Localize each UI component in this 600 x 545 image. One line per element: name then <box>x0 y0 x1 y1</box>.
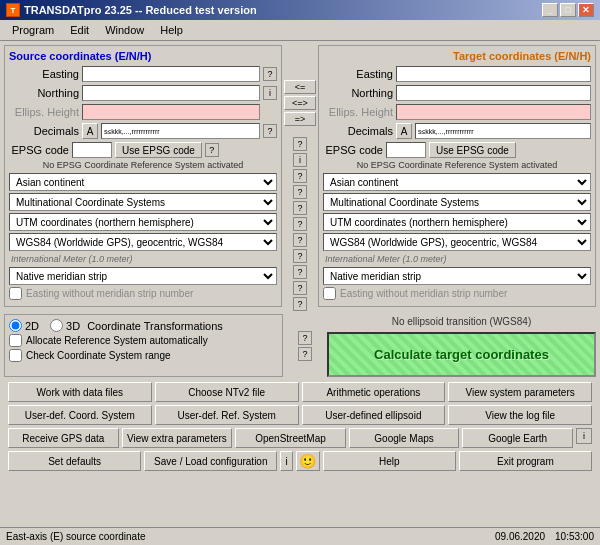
target-easting-label: Easting <box>323 68 393 80</box>
menu-bar: Program Edit Window Help <box>0 20 600 41</box>
mid-q-btn8[interactable]: ? <box>293 265 307 279</box>
source-panel-title: Source coordinates (E/N/H) <box>9 50 277 62</box>
source-easting-input[interactable] <box>82 66 260 82</box>
ellips-height-label: Ellips. Height <box>9 106 79 118</box>
source-height-input[interactable] <box>82 104 260 120</box>
status-bar: East-axis (E) source coordinate 09.06.20… <box>0 527 600 545</box>
opt-q-btn1[interactable]: ? <box>298 331 312 345</box>
mid-q-btn4[interactable]: ? <box>293 201 307 215</box>
source-use-epsg-btn[interactable]: Use EPSG code <box>115 142 202 158</box>
source-datum-dropdown[interactable]: WGS84 (Worldwide GPS), geocentric, WGS84 <box>9 233 277 251</box>
receive-gps-btn[interactable]: Receive GPS data <box>8 428 119 448</box>
mid-q-btn7[interactable]: ? <box>293 249 307 263</box>
user-coord-sys-btn[interactable]: User-def. Coord. System <box>8 405 152 425</box>
options-section: 2D 3D Coordinate Transformations Allocat… <box>4 314 283 377</box>
mid-q-btn2[interactable]: ? <box>293 169 307 183</box>
view-log-btn[interactable]: View the log file <box>448 405 592 425</box>
source-epsg-status: No EPSG Coordinate Reference System acti… <box>9 160 277 170</box>
source-northing-input[interactable] <box>82 85 260 101</box>
nav-right-btn[interactable]: => <box>284 112 316 126</box>
target-utm-dropdown[interactable]: UTM coordinates (northern hemisphere) <box>323 213 591 231</box>
allocate-checkbox[interactable] <box>9 334 22 347</box>
source-easting-checkbox[interactable] <box>9 287 22 300</box>
radio-3d[interactable] <box>50 319 63 332</box>
minimize-button[interactable]: _ <box>542 3 558 17</box>
epsg-src-help-btn[interactable]: ? <box>205 143 219 157</box>
epsg-label-tgt: EPSG code <box>323 144 383 156</box>
source-region-dropdown[interactable]: Asian continent <box>9 173 277 191</box>
mid-q-btn5[interactable]: ? <box>293 217 307 231</box>
decimals-label: Decimals <box>9 125 79 137</box>
arithmetic-ops-btn[interactable]: Arithmetic operations <box>302 382 446 402</box>
target-coord-system-dropdown[interactable]: Multinational Coordinate Systems <box>323 193 591 211</box>
source-utm-dropdown[interactable]: UTM coordinates (northern hemisphere) <box>9 213 277 231</box>
title-bar: T TRANSDATpro 23.25 -- Reduced test vers… <box>0 0 600 20</box>
source-meridian-dropdown[interactable]: Native meridian strip <box>9 267 277 285</box>
mid-q-btn3[interactable]: ? <box>293 185 307 199</box>
radio-2d-label: 2D <box>25 320 39 332</box>
allocate-label: Allocate Reference System automatically <box>26 335 208 346</box>
menu-help[interactable]: Help <box>152 22 191 38</box>
user-ref-sys-btn[interactable]: User-def. Ref. System <box>155 405 299 425</box>
menu-edit[interactable]: Edit <box>62 22 97 38</box>
target-meridian-dropdown[interactable]: Native meridian strip <box>323 267 591 285</box>
decimals-display: s≤kkk,...,rrrrrrrrrrrr <box>101 123 260 139</box>
save-load-config-btn[interactable]: Save / Load configuration <box>144 451 277 471</box>
close-button[interactable]: ✕ <box>578 3 594 17</box>
maximize-button[interactable]: □ <box>560 3 576 17</box>
set-defaults-btn[interactable]: Set defaults <box>8 451 141 471</box>
mid-q-btn1[interactable]: ? <box>293 137 307 151</box>
title-text: TRANSDATpro 23.25 -- Reduced test versio… <box>24 4 257 16</box>
geo-info-btn[interactable]: i <box>576 428 592 444</box>
openstreetmap-btn[interactable]: OpenStreetMap <box>235 428 346 448</box>
decimals-help-btn[interactable]: ? <box>263 124 277 138</box>
status-time: 10:53:00 <box>555 531 594 542</box>
exit-btn[interactable]: Exit program <box>459 451 592 471</box>
menu-window[interactable]: Window <box>97 22 152 38</box>
source-coord-system-dropdown[interactable]: Multinational Coordinate Systems <box>9 193 277 211</box>
opt-q-btn2[interactable]: ? <box>298 347 312 361</box>
google-earth-btn[interactable]: Google Earth <box>462 428 573 448</box>
target-easting-checkbox[interactable] <box>323 287 336 300</box>
radio-2d[interactable] <box>9 319 22 332</box>
choose-ntv2-btn[interactable]: Choose NTv2 file <box>155 382 299 402</box>
calculate-button[interactable]: Calculate target coordinates <box>327 332 596 377</box>
nav-left-btn[interactable]: <= <box>284 80 316 94</box>
view-extra-params-btn[interactable]: View extra parameters <box>122 428 233 448</box>
target-panel-title: Target coordinates (E/N/H) <box>323 50 591 62</box>
target-datum-dropdown[interactable]: WGS84 (Worldwide GPS), geocentric, WGS84 <box>323 233 591 251</box>
source-panel: Source coordinates (E/N/H) Easting ? Nor… <box>4 45 282 307</box>
target-easting-input[interactable] <box>396 66 591 82</box>
target-epsg-input[interactable] <box>386 142 426 158</box>
mid-i-btn[interactable]: i <box>293 153 307 167</box>
target-meter-info: International Meter (1.0 meter) <box>323 253 591 265</box>
target-height-input[interactable] <box>396 104 591 120</box>
smiley-btn[interactable]: 🙂 <box>296 451 320 471</box>
easting-help-btn[interactable]: ? <box>263 67 277 81</box>
target-decimals-label: Decimals <box>323 125 393 137</box>
google-maps-btn[interactable]: Google Maps <box>349 428 460 448</box>
source-easting-checkbox-label: Easting without meridian strip number <box>26 288 193 299</box>
target-region-dropdown[interactable]: Asian continent <box>323 173 591 191</box>
mid-q-btn10[interactable]: ? <box>293 297 307 311</box>
northing-label: Northing <box>9 87 79 99</box>
view-sys-params-btn[interactable]: View system parameters <box>448 382 592 402</box>
bottom-info-btn[interactable]: i <box>280 451 292 471</box>
target-decimals-a-btn[interactable]: A <box>396 123 412 139</box>
status-text: East-axis (E) source coordinate <box>6 531 146 542</box>
target-use-epsg-btn[interactable]: Use EPSG code <box>429 142 516 158</box>
mid-q-btn9[interactable]: ? <box>293 281 307 295</box>
help-btn[interactable]: Help <box>323 451 456 471</box>
source-epsg-input[interactable] <box>72 142 112 158</box>
calculate-label: Calculate target coordinates <box>374 347 549 362</box>
northing-help-btn[interactable]: i <box>263 86 277 100</box>
nav-both-btn[interactable]: <=> <box>284 96 316 110</box>
target-northing-input[interactable] <box>396 85 591 101</box>
mid-q-btn6[interactable]: ? <box>293 233 307 247</box>
target-northing-label: Northing <box>323 87 393 99</box>
work-data-files-btn[interactable]: Work with data files <box>8 382 152 402</box>
menu-program[interactable]: Program <box>4 22 62 38</box>
decimals-a-btn[interactable]: A <box>82 123 98 139</box>
check-range-checkbox[interactable] <box>9 349 22 362</box>
user-ellipsoid-btn[interactable]: User-defined ellipsoid <box>302 405 446 425</box>
